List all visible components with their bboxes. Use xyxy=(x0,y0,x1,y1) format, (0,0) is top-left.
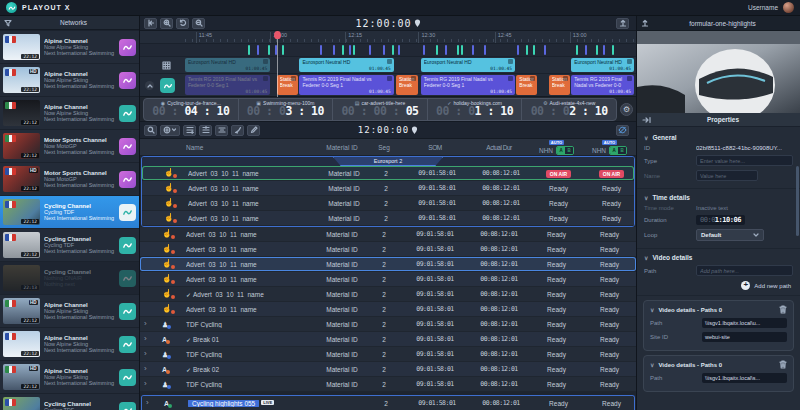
event-marker[interactable] xyxy=(320,45,322,55)
event-marker[interactable] xyxy=(533,45,535,55)
expand-chevron-icon[interactable]: › xyxy=(144,349,147,358)
rundown-row[interactable]: ☝ Advert_03_10_11_name Material ID 2 09:… xyxy=(140,302,636,317)
rundown-row[interactable]: ☝ Advert_03_10_11_name Material ID 2 09:… xyxy=(140,227,636,242)
export-clip-icon[interactable] xyxy=(641,19,649,27)
name-field[interactable] xyxy=(696,170,758,181)
channel-logo-badge[interactable] xyxy=(119,171,136,188)
nhn1-column-header[interactable]: AUTONHNAB xyxy=(530,140,583,155)
timeline-block-program[interactable]: Station Break 01 xyxy=(396,75,418,95)
channel-logo-badge[interactable] xyxy=(119,204,136,221)
site-id-value[interactable]: webui-site xyxy=(702,332,787,342)
network-channel-item[interactable]: 22:12 Alpine Channel Now Alpine Skiing N… xyxy=(0,328,139,360)
trash-icon[interactable] xyxy=(779,360,787,369)
timeline-block-program[interactable]: Station Break 01 xyxy=(516,75,537,95)
channel-logo-badge[interactable] xyxy=(119,39,136,56)
nhn2-column-header[interactable]: AUTONHNAB xyxy=(583,140,636,155)
zoom-in-icon[interactable] xyxy=(160,18,173,29)
insert-break-icon[interactable] xyxy=(215,125,228,136)
event-marker[interactable] xyxy=(257,45,259,55)
network-channel-item[interactable]: HD22:12 Alpine Channel Now Alpine Skiing… xyxy=(0,295,139,327)
timeline-block-channel[interactable]: Eurosport Neutral HD01:00:45 xyxy=(299,58,393,72)
path-field[interactable] xyxy=(696,265,793,276)
chevron-down-icon[interactable]: ∨ xyxy=(650,361,654,368)
collapse-panel-button[interactable] xyxy=(144,18,157,29)
seg-column-header[interactable]: Seg xyxy=(366,144,402,151)
countdown-chip[interactable]: ▤car-advert-title-here 00 : 00 : 05 xyxy=(332,99,427,120)
rundown-row[interactable]: ☝ Advert_03_10_11_name Material ID 2 09:… xyxy=(142,181,634,196)
channel-logo-badge[interactable] xyxy=(119,303,136,320)
ab-toggle[interactable]: AB xyxy=(609,146,627,155)
loop-dropdown[interactable]: Default xyxy=(696,229,764,241)
event-marker[interactable] xyxy=(612,45,614,55)
network-channel-item[interactable]: HD22:12 Motor Sports Channel Now MotoGP … xyxy=(0,163,139,195)
event-marker[interactable] xyxy=(342,45,344,55)
event-marker[interactable] xyxy=(603,45,605,55)
event-marker[interactable] xyxy=(457,45,459,55)
event-marker[interactable] xyxy=(333,45,335,55)
event-marker[interactable] xyxy=(596,45,598,55)
network-channel-item[interactable]: 22:12 Motor Sports Channel Now MotoGP Ne… xyxy=(0,130,139,162)
hide-columns-icon[interactable] xyxy=(616,125,629,136)
user-menu[interactable]: Username xyxy=(748,2,794,13)
channel-logo-badge[interactable] xyxy=(119,237,136,254)
timeline-block-channel[interactable]: Eurosport Neutral HD01:00:45 xyxy=(421,58,515,72)
event-marker[interactable] xyxy=(398,45,400,55)
expand-chevron-icon[interactable]: › xyxy=(146,398,149,407)
channel-logo-badge[interactable] xyxy=(119,138,136,155)
event-marker[interactable] xyxy=(436,45,438,55)
timeline-block-program[interactable]: Tennis RG 2019 Final Nadal vs Federer 0-… xyxy=(421,75,515,95)
network-channel-item[interactable]: 22:13 Cycling Channel Nothing ONAIR Noth… xyxy=(0,262,139,294)
event-marker[interactable] xyxy=(248,45,250,55)
search-icon[interactable] xyxy=(144,125,157,136)
timeline-block-program[interactable]: Tennis RG 2019 Final Nadal vs Federer 0-… xyxy=(299,75,393,95)
chevron-down-icon[interactable]: ∨ xyxy=(650,306,654,313)
chevron-down-icon[interactable]: ∨ xyxy=(644,134,648,141)
countdown-chip[interactable]: ◉Cycling-tour-de-france... 00 : 04 : 10 xyxy=(144,99,238,120)
countdown-chip[interactable]: ⚙Audi-estate-4x4-new 00 : 02 : 10 xyxy=(521,99,616,120)
channel-logo-badge[interactable] xyxy=(119,270,136,287)
locate-pin-icon[interactable] xyxy=(411,126,418,135)
properties-scroll[interactable]: ∨General ID02bf8511-c882-41bc-90908UY...… xyxy=(637,127,800,410)
zoom-out-icon[interactable] xyxy=(192,18,205,29)
actual-dur-column-header[interactable]: Actual Dur xyxy=(468,144,530,151)
user-avatar[interactable] xyxy=(783,2,794,13)
rundown-row[interactable]: ☝ Advert_03_10_11_name Material ID 2 09:… xyxy=(142,166,634,181)
rundown-row[interactable]: ☝ Advert_03_10_11_name Material ID 2 09:… xyxy=(140,272,636,287)
channel-logo-badge[interactable] xyxy=(119,72,136,89)
path-value[interactable]: \\isgv1.lbqaitx.local\s... xyxy=(702,373,787,383)
cut-icon[interactable] xyxy=(231,125,244,136)
scrollbar[interactable] xyxy=(796,166,799,236)
duration-field[interactable]: 00:01:10:06 xyxy=(696,215,745,225)
rundown-row[interactable]: ☝ Advert_03_10_11_name Material ID 2 09:… xyxy=(142,211,634,226)
event-marker[interactable] xyxy=(517,45,519,55)
event-marker[interactable] xyxy=(576,45,578,55)
event-marker[interactable] xyxy=(353,45,355,55)
network-channel-item[interactable]: 22:12 Cycling Channel Cycling TDF Next I… xyxy=(0,196,139,228)
ab-toggle[interactable]: AB xyxy=(556,146,574,155)
chevron-down-icon[interactable]: ∨ xyxy=(644,194,648,201)
timeline-block-program[interactable]: Tennis RG 2019 Final Nadal vs Federer 0-… xyxy=(185,75,270,95)
expand-chevron-icon[interactable]: › xyxy=(144,379,147,388)
event-marker[interactable] xyxy=(268,45,270,55)
network-channel-item[interactable]: HD22:12 Alpine Channel Now Alpine Skiing… xyxy=(0,64,139,96)
export-schedule-icon[interactable] xyxy=(616,18,629,29)
event-marker[interactable] xyxy=(585,45,587,55)
expand-chevron-icon[interactable]: › xyxy=(144,319,147,328)
event-marker[interactable] xyxy=(423,45,425,55)
network-channel-item[interactable]: 22:12 Cycling Channel Cycling TDF Next I… xyxy=(0,394,139,410)
som-column-header[interactable]: SOM xyxy=(402,144,468,151)
timeline-block-program[interactable]: Station Break 01 xyxy=(277,75,299,95)
insert-below-icon[interactable] xyxy=(199,125,212,136)
expand-chevron-icon[interactable]: › xyxy=(144,334,147,343)
timeline-block-program[interactable]: Tennis RG 2019 Final Nadal vs Federer 0-… xyxy=(571,75,634,95)
event-marker[interactable] xyxy=(544,45,546,55)
event-marker[interactable] xyxy=(461,45,463,55)
countdown-settings-gear-icon[interactable]: ⚙ xyxy=(620,103,633,116)
collapse-properties-icon[interactable] xyxy=(642,116,651,124)
network-channel-item[interactable]: HD22:12 Alpine Channel Now Alpine Skiing… xyxy=(0,361,139,393)
add-event-button[interactable] xyxy=(160,125,180,136)
type-field[interactable] xyxy=(696,155,793,166)
add-new-path-button[interactable]: +Add new path xyxy=(646,281,791,290)
chevron-down-icon[interactable]: ∨ xyxy=(644,254,648,261)
countdown-chip[interactable]: ▣Swimming-menu-100m 00 : 03 : 10 xyxy=(238,99,333,120)
